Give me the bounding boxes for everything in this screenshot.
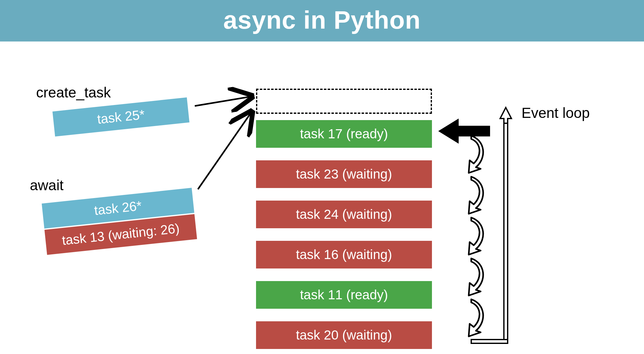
svg-marker-1 <box>500 108 511 123</box>
queue-item: task 11 (ready) <box>256 281 432 309</box>
svg-marker-0 <box>438 119 490 144</box>
queue-item: task 23 (waiting) <box>256 160 432 188</box>
queue-item: task 20 (waiting) <box>256 321 432 349</box>
queue-item: task 17 (ready) <box>256 120 432 148</box>
label-await: await <box>30 177 63 194</box>
svg-rect-3 <box>471 340 508 343</box>
queue-item: task 24 (waiting) <box>256 201 432 228</box>
arrow-event-loop-pointer <box>438 119 490 144</box>
queue-item: task 16 (waiting) <box>256 241 432 268</box>
label-create-task: create_task <box>36 84 111 101</box>
page-title: async in Python <box>0 0 644 41</box>
arrow-create-task <box>195 97 251 106</box>
label-event-loop: Event loop <box>521 104 590 121</box>
svg-rect-2 <box>504 123 508 343</box>
diagram-stage: create_task await Event loop task 25* ta… <box>0 41 644 351</box>
arrow-await <box>198 112 251 189</box>
event-loop-bracket <box>471 108 511 343</box>
loop-step-arrows <box>469 136 483 336</box>
task-box-create-task: task 25* <box>52 97 189 137</box>
queue-empty-slot <box>256 89 432 114</box>
